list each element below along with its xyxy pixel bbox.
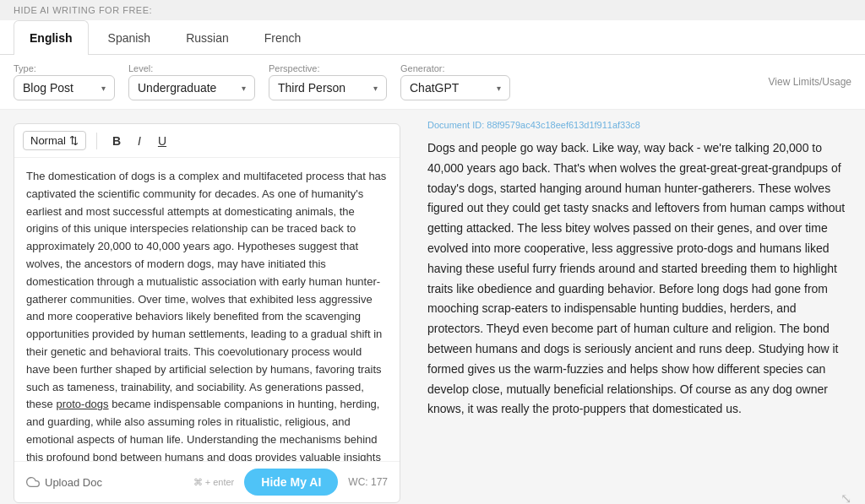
controls-bar: Type: Blog Post ▾ Level: Undergraduate ▾… xyxy=(0,55,865,110)
document-id: Document ID: 88f9579ac43c18eef613d1f911a… xyxy=(427,120,851,130)
generator-label: Generator: xyxy=(400,63,510,73)
upload-doc-button[interactable]: Upload Doc xyxy=(26,475,102,489)
perspective-control: Perspective: Third Person ▾ xyxy=(269,63,387,100)
right-panel: Document ID: 88f9579ac43c18eef613d1f911a… xyxy=(414,110,865,504)
perspective-value: Third Person xyxy=(278,81,345,95)
level-label: Level: xyxy=(128,63,255,73)
top-bar: HIDE AI WRITING FOR FREE: xyxy=(0,0,865,20)
lang-tab-russian[interactable]: Russian xyxy=(170,20,245,55)
lang-tab-french[interactable]: French xyxy=(248,20,318,55)
perspective-chevron: ▾ xyxy=(373,84,378,93)
toolbar-divider xyxy=(96,133,97,149)
lang-tab-spanish[interactable]: Spanish xyxy=(92,20,167,55)
level-select[interactable]: Undergraduate ▾ xyxy=(128,75,255,100)
hide-my-ai-button[interactable]: Hide My AI xyxy=(244,469,338,496)
style-select[interactable]: Normal ⇅ xyxy=(23,131,86,150)
cloud-icon xyxy=(26,475,40,489)
italic-button[interactable]: I xyxy=(133,133,146,149)
level-control: Level: Undergraduate ▾ xyxy=(128,63,255,100)
type-value: Blog Post xyxy=(23,81,73,95)
generator-control: Generator: ChatGPT ▾ xyxy=(400,63,510,100)
editor-container: Normal ⇅ B I U The domestication of dogs… xyxy=(14,123,400,503)
lang-tabs: EnglishSpanishRussianFrench xyxy=(0,20,865,55)
type-control: Type: Blog Post ▾ xyxy=(14,63,115,100)
perspective-select[interactable]: Third Person ▾ xyxy=(269,75,387,100)
underline-button[interactable]: U xyxy=(153,133,171,149)
main-content: Normal ⇅ B I U The domestication of dogs… xyxy=(0,110,865,504)
result-text: Dogs and people go way back. Like way, w… xyxy=(427,138,851,487)
left-panel: Normal ⇅ B I U The domestication of dogs… xyxy=(0,110,414,504)
kbd-hint: ⌘ + enter xyxy=(193,477,235,488)
type-label: Type: xyxy=(14,63,115,73)
generator-value: ChatGPT xyxy=(410,81,459,95)
top-bar-label: HIDE AI WRITING FOR FREE: xyxy=(14,5,152,15)
style-select-value: Normal xyxy=(30,134,66,147)
level-value: Undergraduate xyxy=(138,81,216,95)
editor-text: The domestication of dogs is a complex a… xyxy=(26,170,386,461)
editor-toolbar: Normal ⇅ B I U xyxy=(14,124,400,158)
word-count: WC: 177 xyxy=(348,476,388,488)
generator-select[interactable]: ChatGPT ▾ xyxy=(400,75,510,100)
type-select[interactable]: Blog Post ▾ xyxy=(14,75,115,100)
proto-dogs-text: proto-dogs xyxy=(56,398,108,410)
view-limits-link[interactable]: View Limits/Usage xyxy=(769,76,851,88)
type-chevron: ▾ xyxy=(101,84,106,93)
editor-footer: Upload Doc ⌘ + enter Hide My AI WC: 177 xyxy=(14,461,400,502)
resize-handle[interactable]: ⤡ xyxy=(427,490,851,504)
editor-body[interactable]: The domestication of dogs is a complex a… xyxy=(14,158,400,461)
level-chevron: ▾ xyxy=(242,84,246,93)
upload-label: Upload Doc xyxy=(45,476,102,489)
perspective-label: Perspective: xyxy=(269,63,387,73)
generator-chevron: ▾ xyxy=(497,84,501,93)
bold-button[interactable]: B xyxy=(107,133,126,149)
style-select-arrow: ⇅ xyxy=(69,134,79,147)
lang-tab-english[interactable]: English xyxy=(14,20,89,55)
